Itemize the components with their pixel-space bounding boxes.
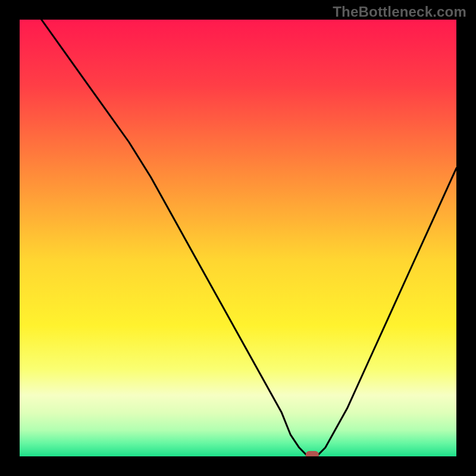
optimal-marker xyxy=(306,451,319,456)
chart-frame: TheBottleneck.com xyxy=(0,0,476,476)
chart-background xyxy=(20,20,456,456)
bottleneck-chart xyxy=(20,20,456,456)
watermark-text: TheBottleneck.com xyxy=(333,4,466,20)
